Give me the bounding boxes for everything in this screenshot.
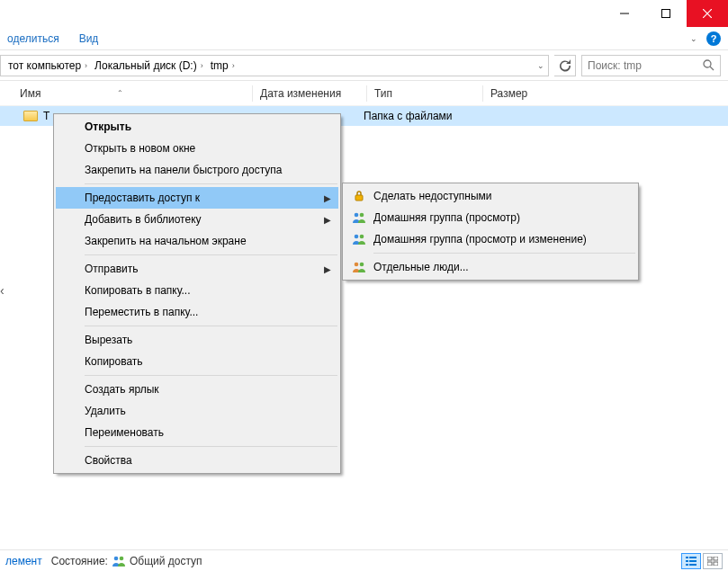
status-bar: лемент Состояние: Общий доступ <box>0 549 728 571</box>
svg-rect-20 <box>689 564 697 566</box>
people-icon <box>352 210 366 225</box>
refresh-button[interactable] <box>554 55 576 76</box>
chevron-right-icon[interactable]: › <box>201 61 203 70</box>
menu-separator <box>373 253 635 254</box>
ribbon-expand-icon[interactable]: ⌄ <box>690 34 697 43</box>
svg-rect-1 <box>662 10 670 18</box>
submenu-homegroup-edit[interactable]: Домашняя группа (просмотр и изменение) <box>345 228 636 250</box>
ribbon-tabs: оделиться Вид ⌄ ? <box>0 27 728 50</box>
submenu-stop-sharing[interactable]: Сделать недоступными <box>345 185 636 207</box>
column-header-date[interactable]: Дата изменения <box>260 87 366 100</box>
svg-point-10 <box>360 235 364 239</box>
menu-copy-to[interactable]: Копировать в папку... <box>56 280 338 301</box>
submenu-arrow-icon: ▶ <box>324 264 331 274</box>
svg-rect-24 <box>714 562 718 566</box>
file-type: Папка с файлами <box>364 110 472 122</box>
menu-copy[interactable]: Копировать <box>56 351 338 372</box>
people-icon <box>352 232 366 246</box>
menu-share-with[interactable]: Предоставить доступ к▶ <box>56 187 338 209</box>
window-titlebar <box>0 0 728 27</box>
menu-pin-quick[interactable]: Закрепить на панели быстрого доступа <box>56 159 338 181</box>
menu-separator <box>85 446 337 447</box>
svg-rect-15 <box>686 557 688 558</box>
svg-point-4 <box>704 60 711 67</box>
menu-move-to[interactable]: Переместить в папку... <box>56 301 338 323</box>
menu-separator <box>85 375 337 376</box>
menu-cut[interactable]: Вырезать <box>56 329 338 351</box>
address-bar-row: тот компьютер› Локальный диск (D:)› tmp›… <box>0 50 728 81</box>
people-icon <box>352 260 366 274</box>
svg-line-5 <box>710 67 714 70</box>
svg-point-13 <box>114 556 119 560</box>
search-icon <box>703 59 715 71</box>
search-placeholder: Поиск: tmp <box>588 59 642 72</box>
menu-separator <box>85 254 337 255</box>
svg-rect-17 <box>686 560 688 562</box>
tab-share[interactable]: оделиться <box>7 32 59 45</box>
chevron-down-icon[interactable]: ⌄ <box>537 61 544 70</box>
svg-point-11 <box>355 263 359 267</box>
share-submenu: Сделать недоступными Домашняя группа (пр… <box>342 183 639 281</box>
submenu-specific-people[interactable]: Отдельные люди... <box>345 256 636 278</box>
menu-open-new[interactable]: Открыть в новом окне <box>56 138 338 159</box>
menu-send-to[interactable]: Отправить▶ <box>56 258 338 280</box>
breadcrumb[interactable]: тот компьютер› Локальный диск (D:)› tmp›… <box>0 55 549 76</box>
menu-pin-start[interactable]: Закрепить на начальном экране <box>56 230 338 252</box>
submenu-arrow-icon: ▶ <box>324 215 331 225</box>
menu-shortcut[interactable]: Создать ярлык <box>56 379 338 400</box>
sort-asc-icon: ⌃ <box>117 89 123 97</box>
svg-rect-19 <box>686 564 688 566</box>
context-menu: Открыть Открыть в новом окне Закрепить н… <box>53 113 341 474</box>
help-icon[interactable]: ? <box>706 31 721 46</box>
people-icon <box>112 555 126 567</box>
nav-collapse-icon[interactable] <box>0 284 9 297</box>
breadcrumb-item: tmp› <box>207 59 238 72</box>
chevron-right-icon[interactable]: › <box>85 61 87 70</box>
svg-rect-18 <box>689 560 697 562</box>
view-icons-button[interactable] <box>703 553 723 569</box>
svg-point-12 <box>360 263 364 267</box>
breadcrumb-item: Локальный диск (D:)› <box>91 59 207 72</box>
svg-point-9 <box>355 235 359 239</box>
column-headers: Имя⌃ Дата изменения Тип Размер <box>0 81 728 106</box>
status-state: Состояние: Общий доступ <box>51 555 202 567</box>
menu-separator <box>85 183 337 184</box>
menu-separator <box>85 326 337 326</box>
column-header-name[interactable]: Имя⌃ <box>20 87 252 100</box>
status-count: лемент <box>5 555 42 567</box>
menu-properties[interactable]: Свойства <box>56 450 338 471</box>
column-header-type[interactable]: Тип <box>374 87 482 100</box>
menu-add-library[interactable]: Добавить в библиотеку▶ <box>56 209 338 230</box>
chevron-right-icon[interactable]: › <box>232 61 235 70</box>
search-input[interactable]: Поиск: tmp <box>581 55 721 76</box>
file-name: T <box>43 110 49 122</box>
column-header-size[interactable]: Размер <box>490 87 553 100</box>
svg-rect-21 <box>707 557 712 560</box>
folder-icon <box>23 111 38 121</box>
svg-point-7 <box>355 213 359 218</box>
svg-rect-16 <box>689 557 697 558</box>
svg-rect-6 <box>355 195 363 201</box>
svg-point-14 <box>120 556 124 560</box>
menu-delete[interactable]: Удалить <box>56 400 338 422</box>
minimize-button[interactable] <box>604 0 645 27</box>
menu-open[interactable]: Открыть <box>56 116 338 138</box>
lock-icon <box>352 189 366 203</box>
breadcrumb-item: тот компьютер› <box>4 59 91 72</box>
menu-rename[interactable]: Переименовать <box>56 422 338 443</box>
maximize-button[interactable] <box>645 0 687 27</box>
tab-view[interactable]: Вид <box>79 32 99 45</box>
svg-rect-23 <box>707 562 712 566</box>
submenu-homegroup-view[interactable]: Домашняя группа (просмотр) <box>345 207 636 228</box>
svg-rect-22 <box>714 557 718 560</box>
svg-point-8 <box>360 213 364 218</box>
view-details-button[interactable] <box>681 553 701 569</box>
close-button[interactable] <box>687 0 728 27</box>
submenu-arrow-icon: ▶ <box>324 193 331 203</box>
